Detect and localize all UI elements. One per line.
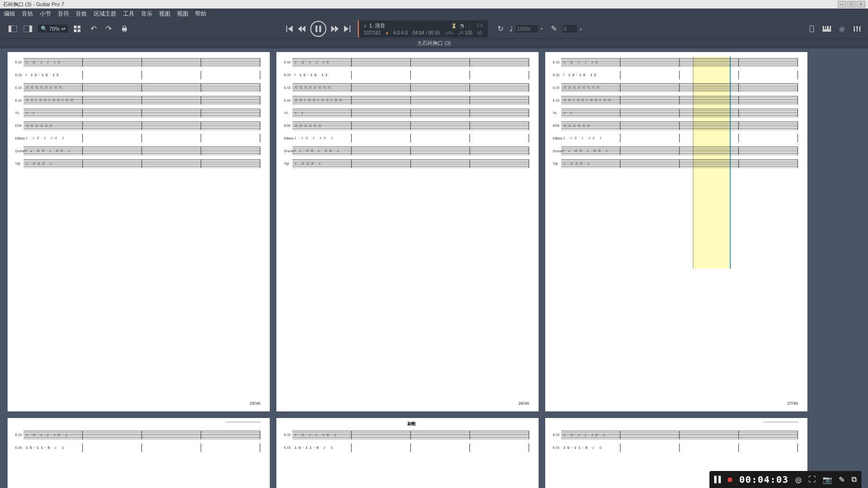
- menu-view[interactable]: 视图: [159, 10, 170, 18]
- undo-icon[interactable]: ↶: [87, 23, 99, 35]
- staff[interactable]: ♩ ♪♫ ♩ ♪♫ ♩: [561, 134, 798, 142]
- svg-rect-5: [78, 26, 80, 28]
- recorder-pencil-icon[interactable]: ✎: [839, 475, 845, 484]
- staff[interactable]: 𝄽 ♩ ♫♫ ♩ ♫♫ ♩: [24, 147, 260, 155]
- staff[interactable]: ♪ ♫ ♪ ♩ ♪♫ ♩: [24, 431, 260, 439]
- staff[interactable]: ♫♫♫♫♫♫: [561, 122, 798, 130]
- menu-edit[interactable]: 编辑: [4, 10, 15, 18]
- staff[interactable]: ♫♫♩♫♫♩♫♫♩♫♫: [292, 96, 529, 105]
- metronome-icon[interactable]: ⬔: [460, 23, 464, 28]
- zoom-control[interactable]: 🔍 70% ▴▾: [38, 25, 68, 33]
- speed-input[interactable]: [516, 25, 538, 33]
- track-label: EBass: [553, 137, 559, 140]
- staff[interactable]: ♪ ♫♫♫ ♪: [24, 159, 260, 168]
- panel-right-icon[interactable]: [22, 23, 34, 35]
- staff[interactable]: 10·11·8 ♪ ♫: [24, 444, 260, 452]
- close-button[interactable]: ×: [857, 1, 865, 8]
- staff[interactable]: ♩ ♪♫ ♩ ♪♫ ♩: [24, 134, 260, 142]
- recorder-stop-button[interactable]: ■: [727, 475, 733, 485]
- staff[interactable]: 10·11·8 ♪ ♫: [561, 444, 798, 452]
- mixer-icon[interactable]: [851, 23, 863, 35]
- recorder-camera-icon[interactable]: 📷: [823, 475, 832, 484]
- staff[interactable]: ♪ ♫ ♪ ♩ ♪♫: [24, 58, 260, 67]
- menu-bar-item[interactable]: 小节: [40, 10, 51, 18]
- staff[interactable]: ♫♫♫♫♫♫: [292, 122, 529, 130]
- notation: ♫♫♫♫♫♫: [561, 122, 798, 130]
- score-viewport[interactable]: E.Gt ♪ ♫ ♪ ♩ ♪♫ E.Gt 𝄽 10·10 12 E.Gt ♫♫♫…: [0, 48, 868, 488]
- staff[interactable]: 10·11·8 ♪ ♫: [292, 444, 529, 452]
- menu-view2[interactable]: 视图: [177, 10, 188, 18]
- document-tab[interactable]: 大石碎胸口 (3): [417, 40, 451, 47]
- notation: ♫♫♫♫♫♫: [292, 122, 529, 130]
- staff[interactable]: ♪ ♫ ♪ ♩ ♪♫: [292, 58, 529, 67]
- menu-tools[interactable]: 工具: [123, 10, 134, 18]
- time-signature: 4.0:4.0: [393, 30, 408, 35]
- staff[interactable]: ♪ ♫ ♪ ♩ ♪♫ ♩: [561, 431, 798, 439]
- page-number: 27/46: [787, 401, 798, 406]
- staff[interactable]: ♪ ♪: [561, 109, 798, 117]
- transpose-up-icon[interactable]: ▴: [580, 26, 582, 31]
- notation: 10·11·8 ♪ ♫: [561, 444, 798, 452]
- staff[interactable]: ♪ ♫♫♫ ♪: [292, 159, 529, 168]
- notation: ♪ ♫♫♫ ♪: [292, 159, 529, 168]
- fretboard-icon[interactable]: [806, 23, 818, 35]
- svg-marker-14: [302, 26, 306, 32]
- forward-icon[interactable]: [329, 23, 341, 35]
- staff[interactable]: ♩ ♪♫ ♩ ♪♫ ♩: [292, 134, 529, 142]
- keyboard-icon[interactable]: [821, 23, 833, 35]
- loop-icon[interactable]: ↻: [494, 23, 506, 35]
- notation: ♩ ♪♫ ♩ ♪♫ ♩: [24, 134, 260, 142]
- transpose-input[interactable]: [563, 25, 577, 33]
- staff[interactable]: 𝄽 10·10 12: [24, 71, 260, 79]
- menu-effects[interactable]: 音效: [76, 10, 87, 18]
- menu-track[interactable]: 音轨: [22, 10, 33, 18]
- menu-sound[interactable]: 音乐: [141, 10, 152, 18]
- staff[interactable]: ♫♫♫♫♫♫♫♫: [24, 83, 260, 92]
- skip-start-icon[interactable]: [284, 23, 295, 35]
- print-icon[interactable]: [118, 23, 131, 35]
- staff[interactable]: ♫♫♫♫♫♫♫♫: [292, 83, 529, 92]
- panel-left-icon[interactable]: [7, 23, 19, 35]
- layout-icon[interactable]: [71, 23, 83, 35]
- staff[interactable]: 𝄽 10·10 12: [561, 71, 798, 79]
- staff[interactable]: ♫♫♩♫♫♩♫♫♩♫♫: [24, 96, 260, 105]
- rewind-icon[interactable]: [296, 23, 308, 35]
- score-page: ~~~~~~~~~~~~~~~~~~~~ E.Gt ♪ ♫ ♪ ♩ ♪♫ ♩ E…: [8, 418, 270, 488]
- redo-icon[interactable]: ↷: [102, 23, 115, 35]
- pause-button[interactable]: [310, 21, 327, 37]
- recorder-crop-icon[interactable]: ⛶: [808, 475, 816, 484]
- staff[interactable]: ♪ ♫♫♫ ♪: [561, 159, 798, 168]
- staff[interactable]: ♫♫♫♫♫♫: [24, 122, 260, 130]
- skip-end-icon[interactable]: [342, 23, 353, 35]
- staff[interactable]: ♪ ♫ ♪ ♩ ♪♫ ♩: [292, 431, 529, 439]
- staff[interactable]: 𝄽 10·10 12: [292, 71, 529, 79]
- recorder-expand-icon[interactable]: ⧉: [851, 475, 857, 484]
- staff[interactable]: 𝄽 ♩ ♫♫ ♩ ♫♫ ♩: [292, 147, 529, 155]
- time-position: 04:04 / 06:55: [412, 30, 440, 35]
- notation: ♪ ♫ ♪ ♩ ♪♫ ♩: [292, 431, 529, 439]
- staff[interactable]: ♪ ♫ ♪ ♩ ♪♫: [561, 58, 798, 67]
- countdown-icon[interactable]: ⏳: [451, 23, 457, 28]
- drum-icon[interactable]: ◉: [836, 23, 848, 35]
- tuning-fork-icon[interactable]: 🎼: [477, 30, 483, 35]
- recorder-pause-button[interactable]: [714, 476, 721, 483]
- zoom-stepper-icon[interactable]: ▴▾: [62, 26, 65, 31]
- svg-rect-6: [74, 29, 77, 32]
- track-label: E.Gt: [15, 99, 22, 102]
- tuning-icon[interactable]: ✎: [548, 23, 560, 35]
- svg-rect-9: [123, 26, 126, 28]
- svg-rect-3: [29, 26, 32, 32]
- more-icon[interactable]: ⋮: [467, 23, 471, 28]
- menu-region[interactable]: 区域主群: [94, 10, 116, 18]
- maximize-button[interactable]: □: [847, 1, 856, 8]
- staff[interactable]: ♪ ♪: [292, 109, 529, 117]
- staff[interactable]: ♫♫♫♫♫♫♫♫: [561, 83, 798, 92]
- staff[interactable]: 𝄽 ♩ ♫♫ ♩ ♫♫ ♩: [561, 147, 798, 155]
- recorder-target-icon[interactable]: ◎: [795, 475, 802, 484]
- staff[interactable]: ♪ ♪: [24, 109, 260, 117]
- menu-help[interactable]: 帮助: [195, 10, 206, 18]
- menu-note[interactable]: 音符: [58, 10, 69, 18]
- minimize-button[interactable]: —: [838, 1, 846, 8]
- staff[interactable]: ♫♫♩♫♫♩♫♫♩♫♫: [561, 96, 798, 105]
- svg-rect-16: [319, 26, 321, 32]
